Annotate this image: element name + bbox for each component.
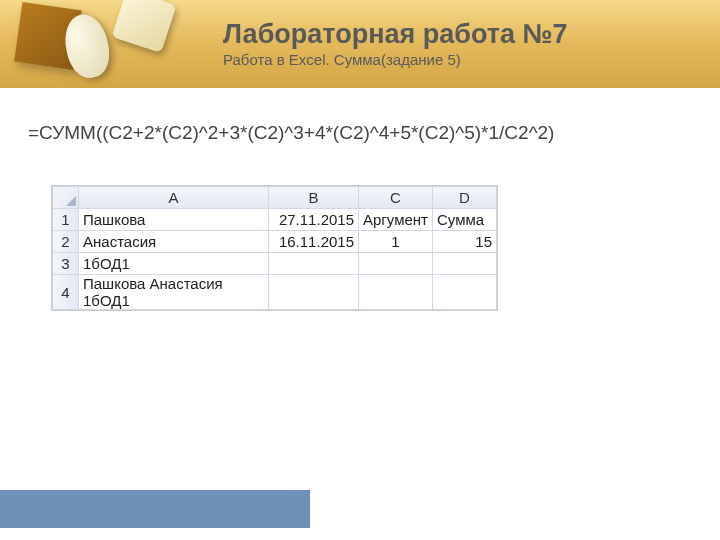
select-all-corner[interactable] — [53, 187, 79, 209]
cell[interactable]: 1 — [359, 231, 433, 253]
row-header[interactable]: 2 — [53, 231, 79, 253]
column-header-A[interactable]: A — [79, 187, 269, 209]
cell[interactable] — [433, 275, 497, 310]
header-decoration — [0, 0, 195, 88]
table-row: 3 1бОД1 — [53, 253, 497, 275]
cell[interactable]: Пашкова — [79, 209, 269, 231]
page-subtitle: Работа в Excel. Сумма(задание 5) — [223, 51, 720, 68]
footer-accent-bar — [0, 490, 310, 528]
row-header[interactable]: 4 — [53, 275, 79, 310]
cell[interactable] — [433, 253, 497, 275]
cell[interactable]: 15 — [433, 231, 497, 253]
cell[interactable] — [269, 253, 359, 275]
cell[interactable] — [359, 253, 433, 275]
row-header[interactable]: 3 — [53, 253, 79, 275]
column-header-B[interactable]: B — [269, 187, 359, 209]
slide-header: Лабораторная работа №7 Работа в Excel. С… — [0, 0, 720, 88]
table-row: 4 Пашкова Анастасия 1бОД1 — [53, 275, 497, 310]
keyboard-key-icon — [112, 0, 177, 53]
row-header[interactable]: 1 — [53, 209, 79, 231]
title-block: Лабораторная работа №7 Работа в Excel. С… — [195, 20, 720, 69]
cell[interactable]: Сумма — [433, 209, 497, 231]
cell[interactable] — [269, 275, 359, 310]
cell[interactable]: Анастасия — [79, 231, 269, 253]
cell[interactable]: 16.11.2015 — [269, 231, 359, 253]
cell[interactable]: 27.11.2015 — [269, 209, 359, 231]
excel-grid: A B C D 1 Пашкова 27.11.2015 Аргумент Су… — [52, 186, 497, 310]
formula-bar-text: =СУММ((C2+2*(C2)^2+3*(C2)^3+4*(C2)^4+5*(… — [28, 122, 720, 144]
cell[interactable] — [359, 275, 433, 310]
cell[interactable]: Аргумент — [359, 209, 433, 231]
cell[interactable]: Пашкова Анастасия 1бОД1 — [79, 275, 269, 310]
page-title: Лабораторная работа №7 — [223, 20, 720, 50]
column-header-D[interactable]: D — [433, 187, 497, 209]
cell[interactable]: 1бОД1 — [79, 253, 269, 275]
column-header-C[interactable]: C — [359, 187, 433, 209]
table-row: 2 Анастасия 16.11.2015 1 15 — [53, 231, 497, 253]
table-row: 1 Пашкова 27.11.2015 Аргумент Сумма — [53, 209, 497, 231]
